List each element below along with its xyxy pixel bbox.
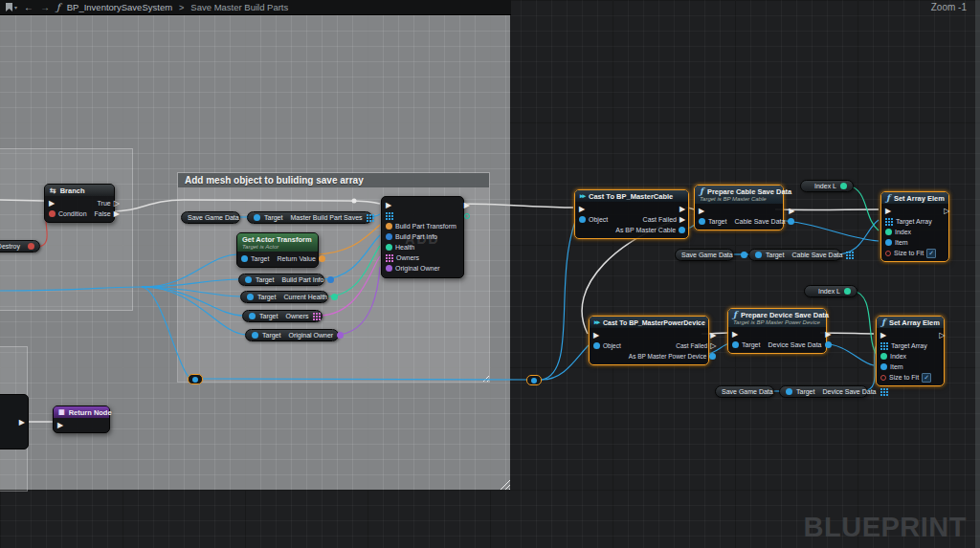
- target-in-pin[interactable]: [786, 388, 792, 395]
- exec-out-pin[interactable]: ▶: [464, 201, 470, 209]
- comment-resize-handle[interactable]: [499, 478, 510, 490]
- target-in-pin[interactable]: [249, 313, 256, 319]
- exec-out-pin[interactable]: ▶: [825, 330, 831, 339]
- array-out-pin[interactable]: [367, 214, 374, 222]
- exec-in-pin[interactable]: ▶: [593, 331, 599, 340]
- breadcrumb-current[interactable]: Save Master Build Parts: [190, 2, 288, 12]
- bookmarks-button[interactable]: ▾: [6, 3, 17, 11]
- object-in-pin[interactable]: [593, 342, 600, 349]
- exec-in-pin[interactable]: ▶: [699, 207, 704, 215]
- target-in-pin[interactable]: [245, 276, 252, 283]
- target-in-pin[interactable]: [755, 252, 762, 258]
- array-add-node[interactable]: ADD ▶ Build Part Transform Build Part In…: [381, 196, 464, 278]
- branch-node[interactable]: ⇆Branch ▶ Condition True▷ False▶: [44, 184, 115, 223]
- breadcrumb-root[interactable]: BP_InventorySaveSystem: [67, 2, 172, 12]
- target-array-pin[interactable]: [885, 218, 893, 226]
- cable-save-data-pill[interactable]: Target Cable Save Data: [748, 249, 841, 261]
- exec-out-pin[interactable]: ▷: [944, 207, 949, 215]
- save-game-data-pill-1[interactable]: Save Game Data: [181, 211, 240, 224]
- target-in-pin[interactable]: [732, 341, 739, 348]
- current-health-pill[interactable]: Target Current Health: [240, 291, 328, 303]
- float-out-pin[interactable]: [331, 294, 338, 300]
- set-array-elem-node-1[interactable]: ƒSet Array Elem ▶ Target Array Index Ite…: [880, 191, 949, 262]
- index-in-pin[interactable]: [880, 353, 887, 360]
- false-exec-pin[interactable]: ▶: [114, 209, 120, 218]
- target-array-pin[interactable]: [386, 212, 393, 220]
- size-to-fit-pin[interactable]: [885, 251, 891, 256]
- exec-in-pin[interactable]: ▶: [732, 330, 738, 339]
- exec-in-pin[interactable]: ▶: [885, 207, 891, 215]
- item-in-pin[interactable]: [885, 239, 892, 246]
- index-in-pin[interactable]: [885, 229, 892, 235]
- exec-out-pin[interactable]: ▶: [19, 418, 25, 427]
- array-out-pin[interactable]: [880, 388, 888, 396]
- target-in-pin[interactable]: [252, 332, 258, 339]
- as-cable-out-pin[interactable]: [679, 227, 685, 233]
- exec-in-pin[interactable]: ▶: [386, 201, 391, 209]
- exec-out-pin[interactable]: ▶: [710, 331, 716, 340]
- save-game-data-pill-3[interactable]: Save Game Data: [715, 385, 774, 398]
- back-button[interactable]: ←: [24, 3, 33, 12]
- prepare-cable-save-data-node[interactable]: ƒPrepare Cable Save Data Target is BP Ma…: [694, 185, 784, 230]
- index-l-pill-2[interactable]: Index L: [804, 285, 858, 297]
- as-device-out-pin[interactable]: [709, 353, 716, 360]
- offscreen-node[interactable]: ▶: [0, 394, 29, 449]
- device-save-data-pill[interactable]: Target Device Save Data: [779, 385, 868, 398]
- pending-destroy-pill[interactable]: g Destroy: [0, 240, 40, 252]
- build-part-info-pill[interactable]: Target Build Part Info: [238, 274, 324, 286]
- exec-in-pin[interactable]: ▶: [49, 199, 55, 208]
- get-actor-transform-node[interactable]: Get Actor Transform Target is Actor Targ…: [236, 232, 319, 268]
- target-in-pin[interactable]: [247, 294, 254, 300]
- size-to-fit-checkbox[interactable]: ✓: [922, 373, 931, 383]
- cast-to-bp-mastercable-node[interactable]: ▸▸Cast To BP_MasterCable ▶ Object ▶ Cast…: [574, 189, 689, 239]
- forward-button[interactable]: →: [40, 3, 50, 12]
- comment-title[interactable]: Add mesh object to buliding save array: [178, 173, 489, 187]
- int-out-pin[interactable]: [464, 213, 470, 219]
- cable-save-data-out-pin[interactable]: [788, 218, 794, 225]
- sub-comment-box-top[interactable]: [0, 148, 133, 311]
- save-game-data-pill-2[interactable]: Save Game Data: [675, 249, 734, 261]
- cast-failed-pin[interactable]: ▷: [710, 341, 716, 350]
- object-out-pin[interactable]: [741, 252, 747, 258]
- bool-out-pin[interactable]: [28, 243, 34, 250]
- master-build-part-saves-pill[interactable]: Target Master Build Part Saves: [247, 211, 372, 224]
- cast-failed-pin[interactable]: ▶: [679, 215, 685, 224]
- target-in-pin[interactable]: [699, 218, 705, 225]
- array-in-pin[interactable]: [386, 254, 393, 262]
- object-in-pin[interactable]: [386, 265, 392, 272]
- target-array-pin[interactable]: [880, 342, 888, 350]
- transform-out-pin[interactable]: [319, 255, 325, 262]
- size-to-fit-checkbox[interactable]: ✓: [926, 249, 936, 258]
- condition-pin[interactable]: [49, 210, 56, 217]
- set-array-elem-node-2[interactable]: ƒSet Array Elem ▶ Target Array Index Ite…: [876, 316, 945, 386]
- return-node[interactable]: ▦Return Node ▶: [53, 406, 110, 433]
- int-out-pin[interactable]: [840, 183, 847, 189]
- original-owner-pill[interactable]: Target Original Owner: [245, 329, 339, 341]
- target-in-pin[interactable]: [241, 255, 248, 262]
- struct-in-pin[interactable]: [386, 233, 392, 240]
- comment-resize-handle-small[interactable]: [481, 374, 489, 382]
- float-in-pin[interactable]: [386, 244, 392, 251]
- transform-in-pin[interactable]: [386, 223, 392, 230]
- array-out-pin[interactable]: [846, 252, 854, 259]
- reroute-node-left[interactable]: [188, 374, 203, 384]
- blueprint-graph-canvas[interactable]: Add mesh object to buliding save array: [0, 0, 980, 548]
- device-save-data-out-pin[interactable]: [825, 341, 832, 348]
- target-in-pin[interactable]: [254, 214, 260, 221]
- cast-to-bp-masterpowerdevice-node[interactable]: ▸▸Cast To BP_MasterPowerDevice ▶ Object …: [589, 316, 709, 365]
- item-in-pin[interactable]: [880, 363, 887, 370]
- exec-out-pin[interactable]: ▶: [679, 205, 685, 213]
- array-out-pin[interactable]: [313, 313, 321, 320]
- object-in-pin[interactable]: [579, 216, 586, 223]
- reroute-node-right[interactable]: [526, 375, 542, 385]
- true-exec-pin[interactable]: ▷: [114, 199, 120, 208]
- size-to-fit-pin[interactable]: [880, 375, 886, 381]
- prepare-device-save-data-node[interactable]: ƒPrepare Device Save Data Target is BP M…: [727, 308, 827, 354]
- index-l-pill-1[interactable]: Index L: [800, 180, 854, 192]
- exec-in-pin[interactable]: ▶: [579, 205, 585, 213]
- exec-in-pin[interactable]: ▶: [57, 421, 63, 429]
- exec-in-pin[interactable]: ▶: [880, 331, 886, 340]
- owners-pill[interactable]: Target Owners: [242, 310, 323, 322]
- exec-out-pin[interactable]: ▶: [789, 207, 794, 215]
- reroute-pin[interactable]: [531, 378, 537, 384]
